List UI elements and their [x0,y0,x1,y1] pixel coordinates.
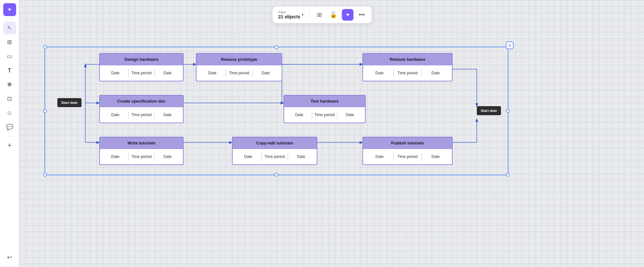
publish-tutorials-date2: Date [422,153,449,160]
handle-bl[interactable] [43,173,47,177]
test-hardware-date1: Date [287,111,312,118]
filter-count: 21 objects [278,14,300,19]
canvas: ⊕ [19,0,644,267]
filter-chevron-icon: ▾ [302,13,303,17]
design-hardware-body: Date Time period Date [100,65,183,81]
test-hardware-period: Time period [312,111,337,118]
publish-tutorials-box[interactable]: Publish tutorials Date Time period Date [362,137,453,165]
design-hardware-period: Time period [129,69,154,77]
divider [309,10,310,19]
publish-tutorials-body: Date Time period Date [363,149,452,164]
frame-tool[interactable]: ⊡ [3,92,16,105]
handle-br[interactable] [506,173,510,177]
release-prototype-period: Time period [226,69,252,77]
comment-tool[interactable]: 💬 [3,121,16,134]
release-prototype-date2: Date [253,69,279,77]
write-tutorials-title: Write tutorials [100,137,183,149]
release-prototype-date1: Date [199,69,226,77]
write-tutorials-period: Time period [129,153,154,160]
create-spec-box[interactable]: Create specification doc Date Time perio… [99,95,184,123]
release-hardware-title: Release hardware [363,54,452,65]
copy-edit-box[interactable]: Copy-edit tutorials Date Time period Dat… [232,137,317,165]
create-spec-period: Time period [129,111,154,118]
copy-edit-date1: Date [235,153,261,160]
test-hardware-body: Date Time period Date [284,107,365,123]
note-tool[interactable]: ▭ [3,50,16,63]
release-hardware-date1: Date [366,69,393,77]
filter-bar: Filter 21 objects ▾ ⊞ 🔓 ✦ ••• [273,6,371,23]
release-prototype-box[interactable]: Release prototype Date Time period Date [196,53,282,81]
emoji-tool[interactable]: ☺ [3,106,16,119]
publish-tutorials-period: Time period [394,153,421,160]
create-spec-title: Create specification doc [100,96,183,107]
expand-button[interactable]: ⊕ [506,41,514,49]
test-hardware-date2: Date [337,111,362,118]
select-tool[interactable]: ↖ [3,22,16,34]
undo-button[interactable]: ↩ [3,251,16,264]
copy-edit-body: Date Time period Date [233,149,317,164]
publish-tutorials-date1: Date [366,153,393,160]
sparkle-icon-btn[interactable]: ✦ [342,9,353,21]
grid-icon-btn[interactable]: ⊞ [313,9,325,21]
start-date-right: Start date [477,106,501,115]
table-tool[interactable]: ⊞ [3,36,16,49]
create-spec-body: Date Time period Date [100,107,183,123]
publish-tutorials-title: Publish tutorials [363,137,452,149]
write-tutorials-body: Date Time period Date [100,149,183,164]
handle-tm[interactable] [274,45,278,49]
copy-edit-period: Time period [262,153,288,160]
create-spec-date2: Date [155,111,180,118]
filter-label: Filter [278,11,300,14]
release-prototype-title: Release prototype [197,54,282,65]
write-tutorials-date2: Date [155,153,180,160]
release-hardware-body: Date Time period Date [363,65,452,81]
write-tutorials-date1: Date [102,153,128,160]
copy-edit-title: Copy-edit tutorials [233,137,317,149]
design-hardware-title: Design hardware [100,54,183,65]
text-tool[interactable]: T [3,64,16,77]
create-spec-date1: Date [102,111,128,118]
design-hardware-box[interactable]: Design hardware Date Time period Date [99,53,184,81]
filter-button[interactable]: Filter 21 objects ▾ [276,10,305,20]
shapes-tool[interactable]: ❋ [3,78,16,91]
design-hardware-date1: Date [102,69,128,77]
handle-bm[interactable] [274,173,278,177]
release-hardware-box[interactable]: Release hardware Date Time period Date [362,53,453,81]
left-toolbar: ✦ ↖ ⊞ ▭ T ❋ ⊡ ☺ 💬 + ↩ [0,0,19,267]
lock-icon-btn[interactable]: 🔓 [328,9,339,21]
add-button[interactable]: + [3,139,16,152]
more-icon-btn[interactable]: ••• [356,9,368,21]
test-hardware-title: Test hardware [284,96,365,107]
release-prototype-body: Date Time period Date [197,65,282,81]
handle-mr[interactable] [506,109,510,113]
copy-edit-date2: Date [288,153,314,160]
handle-tl[interactable] [43,45,47,49]
release-hardware-period: Time period [394,69,421,77]
write-tutorials-box[interactable]: Write tutorials Date Time period Date [99,137,184,165]
start-date-left: Start date [57,98,82,107]
ai-button[interactable]: ✦ [3,3,16,16]
design-hardware-date2: Date [155,69,180,77]
test-hardware-box[interactable]: Test hardware Date Time period Date [284,95,366,123]
handle-ml[interactable] [43,109,47,113]
release-hardware-date2: Date [422,69,449,77]
